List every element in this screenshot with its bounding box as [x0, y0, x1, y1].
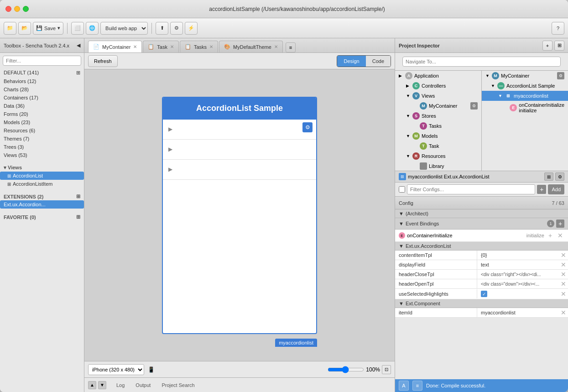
del-btn-headeropentpl[interactable]: ✕: [559, 280, 568, 287]
filter-add-icon-btn[interactable]: +: [537, 185, 546, 194]
sub-oncontainer[interactable]: E onContainerInitialize initialize: [482, 101, 568, 115]
pi-add-btn[interactable]: +: [542, 41, 552, 51]
pi-expand-btn[interactable]: ⊞: [554, 41, 564, 51]
toolbox-section-behaviors[interactable]: Behaviors (12): [0, 77, 84, 85]
open-btn[interactable]: 📂: [18, 22, 31, 35]
config-layout-btn[interactable]: ⊞: [544, 172, 553, 181]
browser-btn[interactable]: 🌐: [86, 22, 99, 35]
toolbox-item-accordionlistitem[interactable]: ⊞ AccordionListItem: [0, 180, 84, 188]
toolbox-item-extux[interactable]: Ext.ux.Accordion...: [0, 200, 84, 209]
tab-mytheme[interactable]: 🎨 MyDefaultTheme ✕: [219, 41, 283, 52]
flash-btn[interactable]: ⚡: [185, 22, 198, 35]
toolbox-section-trees[interactable]: Trees (3): [0, 143, 84, 151]
tab-close-task[interactable]: ✕: [170, 44, 174, 49]
close-btn[interactable]: [5, 6, 11, 12]
collapse-icon[interactable]: ◀: [77, 42, 80, 48]
scroll-down-btn[interactable]: ▼: [98, 381, 106, 389]
accordion-row-2[interactable]: ▶: [163, 140, 316, 160]
toolbox-section-resources[interactable]: Resources (6): [0, 126, 84, 135]
open-icon: 📂: [21, 25, 28, 31]
tab-tasks[interactable]: 📋 Tasks ✕: [180, 41, 218, 52]
del-btn-headerclosetpl[interactable]: ✕: [559, 271, 568, 278]
del-event-row-btn[interactable]: ✕: [556, 231, 564, 240]
tab-close-mycontainer[interactable]: ✕: [133, 44, 137, 49]
tab-close-tasks[interactable]: ✕: [209, 44, 213, 49]
tree-library[interactable]: Library: [395, 161, 481, 171]
accordion-row-3[interactable]: ▶: [163, 160, 316, 180]
device-select[interactable]: iPhone (320 x 480): [88, 364, 144, 375]
design-btn[interactable]: Design: [337, 56, 365, 67]
sub-accordionlist-sample[interactable]: ▼ — AccordionList Sample: [482, 81, 568, 91]
toolbox-section-data[interactable]: Data (36): [0, 102, 84, 110]
project-search-tab[interactable]: Project Search: [157, 380, 199, 391]
scroll-up-btn[interactable]: ▲: [88, 381, 96, 389]
tree-controllers[interactable]: ▶ C Controllers: [395, 81, 481, 91]
sub-mycontainer[interactable]: ▼ M MyContainer ⚙: [482, 71, 568, 81]
code-btn[interactable]: Code: [366, 56, 391, 67]
res-icon: R: [412, 152, 420, 160]
add-event-row-btn[interactable]: +: [546, 231, 554, 240]
toolbox-section-themes[interactable]: Themes (7): [0, 135, 84, 143]
tree-stores[interactable]: ▼ S Stores: [395, 111, 481, 121]
del-btn-itemid[interactable]: ✕: [559, 309, 568, 316]
deploy-btn[interactable]: ⬆: [156, 22, 168, 35]
tree-application[interactable]: ▶ A Application: [395, 71, 481, 81]
tree-mycontainer[interactable]: M MyContainer ⚙: [395, 101, 481, 111]
toolbox-item-accordionlist[interactable]: ⊞ AccordionList: [0, 172, 84, 180]
toolbox-section-forms[interactable]: Forms (20): [0, 110, 84, 118]
tab-close-mytheme[interactable]: ✕: [274, 44, 278, 49]
config-settings-btn[interactable]: ⚙: [555, 172, 564, 181]
navigate-input[interactable]: [402, 57, 561, 67]
status-btn1[interactable]: A: [399, 381, 409, 391]
tab-task[interactable]: 📋 Task ✕: [143, 41, 179, 52]
del-btn-useselected[interactable]: ✕: [559, 290, 568, 298]
canvas-area: AccordionList Sample ⚙ ▶ ▶ ▶ myacc: [84, 69, 395, 361]
filter-checkbox[interactable]: [399, 186, 405, 193]
minimize-btn[interactable]: [14, 6, 20, 12]
tree-task[interactable]: T Task: [395, 141, 481, 151]
tab-options-btn[interactable]: ≡: [286, 42, 296, 52]
tab-mycontainer[interactable]: 📄 MyContainer ✕: [88, 41, 142, 52]
toolbox-section-charts[interactable]: Charts (28): [0, 85, 84, 94]
output-tab[interactable]: Output: [131, 380, 155, 391]
sub-action[interactable]: ⚙: [557, 72, 564, 79]
toolbox-filter-input[interactable]: [3, 56, 81, 66]
tree-tasks[interactable]: T Tasks: [395, 121, 481, 131]
save-icon: 💾: [36, 25, 42, 31]
toolbox-section-containers[interactable]: Containers (17): [0, 94, 84, 102]
preview-btn[interactable]: ⬜: [71, 22, 84, 35]
config-filter-input[interactable]: [407, 184, 535, 194]
tree-models[interactable]: ▼ M Models: [395, 131, 481, 141]
tree-resources[interactable]: ▼ R Resources: [395, 151, 481, 161]
settings-btn[interactable]: ⚙: [170, 22, 183, 35]
mycontainer-action[interactable]: ⚙: [470, 102, 478, 110]
tab-bar: 📄 MyContainer ✕ 📋 Task ✕ 📋 Tasks ✕ 🎨 MyD…: [84, 38, 395, 53]
save-btn[interactable]: 💾 Save ▾: [33, 22, 63, 35]
del-btn-displayfield[interactable]: ✕: [559, 261, 568, 268]
add-config-btn[interactable]: Add: [548, 184, 564, 194]
config-section-architect: ▼ (Architect): [395, 209, 568, 218]
log-tab[interactable]: Log: [112, 380, 129, 391]
add-event-btn[interactable]: +: [556, 220, 564, 228]
event-binding-row[interactable]: E onContainerInitialize initialize + ✕: [395, 230, 568, 242]
toolbox-section-default[interactable]: DEFAULT (141) ⊞: [0, 68, 84, 77]
sub-myaccordionlist[interactable]: ▼ ⊞ myaccordionlist: [482, 91, 568, 101]
toolbox-section-models[interactable]: Models (23): [0, 118, 84, 126]
phone-header: AccordionList Sample: [163, 98, 316, 120]
toolbox-section-views[interactable]: Views (53): [0, 151, 84, 159]
zoom-slider[interactable]: [328, 366, 364, 373]
status-btn2[interactable]: ≡: [412, 381, 422, 391]
del-btn-contentitemtpl[interactable]: ✕: [559, 251, 568, 259]
help-btn[interactable]: ?: [552, 22, 564, 35]
tree-views[interactable]: ▼ V Views: [395, 91, 481, 101]
refresh-button[interactable]: Refresh: [88, 55, 118, 67]
build-select[interactable]: Build web app: [100, 22, 148, 35]
checkbox-useselected[interactable]: ✓: [481, 291, 487, 297]
fit-btn[interactable]: ⊡: [382, 365, 391, 374]
folder-btn[interactable]: 📁: [4, 22, 16, 35]
phone-settings-icon[interactable]: ⚙: [302, 122, 313, 132]
config-icon-btn[interactable]: ⊞: [399, 173, 406, 180]
maximize-btn[interactable]: [23, 6, 29, 12]
accordion-row-1[interactable]: ▶: [163, 120, 316, 140]
canvas-bottom: iPhone (320 x 480) 📱 100% ⊡: [84, 361, 395, 377]
